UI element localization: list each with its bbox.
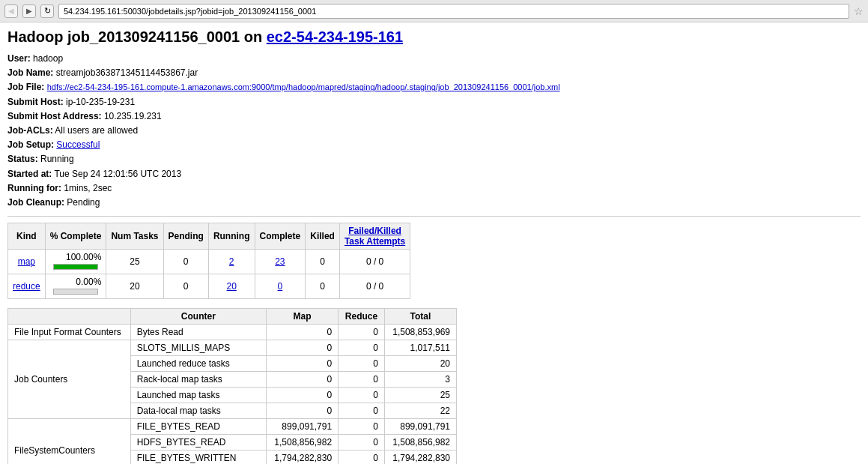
counters-header: Map [267,309,339,325]
user-row: User: hadoop [7,52,861,66]
counters-header: Reduce [339,309,385,325]
table-row: reduce0.00%20020000 / 0 [8,274,410,299]
submithostaddr-label: Submit Host Address: [7,111,102,121]
reduce-value: 0 [339,419,385,435]
failed-cell: 0 / 0 [339,274,410,299]
started-value: Tue Sep 24 12:01:56 UTC 2013 [54,169,181,179]
total-value: 22 [384,403,456,419]
progress-bar [53,264,98,270]
task-table-header: Complete [255,223,306,250]
kind-link[interactable]: map [18,256,35,267]
total-value: 1,508,853,969 [384,325,456,340]
submithost-label: Submit Host: [7,97,64,107]
jobacls-value: All users are allowed [55,125,138,136]
table-row: map100.00%25022300 / 0 [8,250,410,274]
counters-header [8,309,131,325]
pending-cell: 0 [163,250,208,274]
jobname-label: Job Name: [7,67,53,78]
map-value: 0 [267,403,339,419]
map-value: 0 [267,372,339,388]
counter-name: SLOTS_MILLIS_MAPS [130,340,266,356]
task-table-header: Num Tasks [106,223,163,250]
num-tasks-cell: 20 [106,274,163,299]
counters-table: CounterMapReduceTotalFile Input Format C… [7,308,457,464]
list-item: File Input Format CountersBytes Read001,… [8,325,457,340]
started-label: Started at: [7,169,52,179]
running-row: Running for: 1mins, 2sec [7,181,861,196]
total-value: 1,794,282,830 [384,451,456,464]
reload-button[interactable]: ↻ [40,4,54,18]
cleanup-label: Job Cleanup: [7,197,64,208]
running-link[interactable]: 2 [229,256,234,267]
reduce-value: 0 [339,451,385,464]
task-table-header: Killed [306,223,340,250]
jobfile-row: Job File: hdfs://ec2-54-234-195-161.comp… [7,80,861,94]
complete-link[interactable]: 23 [275,256,285,267]
cleanup-row: Job Cleanup: Pending [7,196,861,210]
running-label: Running for: [7,183,61,193]
cleanup-value: Pending [67,197,100,208]
task-table-header: % Complete [45,223,106,250]
pct-cell: 100.00% [45,250,106,274]
page-title: Hadoop job_201309241156_0001 on ec2-54-2… [7,28,861,46]
status-label: Status: [7,154,38,164]
task-table-header: Running [208,223,255,250]
page-content: Hadoop job_201309241156_0001 on ec2-54-2… [0,22,868,464]
map-value: 0 [267,340,339,356]
address-bar[interactable] [58,4,849,19]
counter-name: Data-local map tasks [130,403,266,419]
status-row: Status: Running [7,152,861,166]
counters-header: Total [384,309,456,325]
counter-name: Launched reduce tasks [130,356,266,372]
reduce-value: 0 [339,340,385,356]
map-value: 1,794,282,830 [267,451,339,464]
counter-name: Bytes Read [130,325,266,340]
task-table-header[interactable]: Failed/KilledTask Attempts [339,223,410,250]
jobsetup-label: Job Setup: [7,139,54,150]
map-value: 0 [267,388,339,403]
reduce-value: 0 [339,356,385,372]
jobfile-link[interactable]: hdfs://ec2-54-234-195-161.compute-1.amaz… [47,82,560,91]
total-value: 20 [384,356,456,372]
task-table-header: Kind [8,223,46,250]
running-value: 1mins, 2sec [64,183,112,193]
task-table-header: Pending [163,223,208,250]
reduce-value: 0 [339,372,385,388]
group-label: Job Counters [8,340,131,419]
counter-name: Launched map tasks [130,388,266,403]
jobsetup-link[interactable]: Successful [56,139,100,150]
browser-chrome: ◀ ▶ ↻ ☆ [0,0,868,22]
jobfile-label: Job File: [7,82,44,92]
reduce-value: 0 [339,325,385,340]
pct-cell: 0.00% [45,274,106,299]
total-value: 25 [384,388,456,403]
jobsetup-row: Job Setup: Successful [7,138,861,152]
killed-cell: 0 [306,250,340,274]
list-item: FileSystemCountersFILE_BYTES_READ899,091… [8,419,457,435]
counter-name: HDFS_BYTES_READ [130,435,266,451]
user-label: User: [7,53,31,64]
total-value: 899,091,791 [384,419,456,435]
back-button[interactable]: ◀ [4,4,18,18]
status-value: Running [40,154,74,164]
complete-link[interactable]: 0 [278,281,283,292]
killed-cell: 0 [306,274,340,299]
meta-info: User: hadoop Job Name: streamjob36387134… [7,52,861,210]
forward-button[interactable]: ▶ [22,4,36,18]
hostname-link[interactable]: ec2-54-234-195-161 [267,28,403,45]
progress-bar [53,289,98,295]
reduce-value: 0 [339,388,385,403]
started-row: Started at: Tue Sep 24 12:01:56 UTC 2013 [7,167,861,181]
running-link[interactable]: 20 [227,281,237,292]
counter-name: FILE_BYTES_READ [130,419,266,435]
submithost-row: Submit Host: ip-10-235-19-231 [7,95,861,109]
total-value: 1,508,856,982 [384,435,456,451]
map-value: 0 [267,356,339,372]
kind-link[interactable]: reduce [13,281,40,292]
jobname-row: Job Name: streamjob363871345114453867.ja… [7,66,861,80]
bookmark-star-icon[interactable]: ☆ [854,5,864,17]
divider [7,216,861,217]
page-title-prefix: Hadoop job_201309241156_0001 on [7,28,267,45]
user-value: hadoop [33,53,63,64]
jobname-value: streamjob363871345114453867.jar [56,67,198,78]
